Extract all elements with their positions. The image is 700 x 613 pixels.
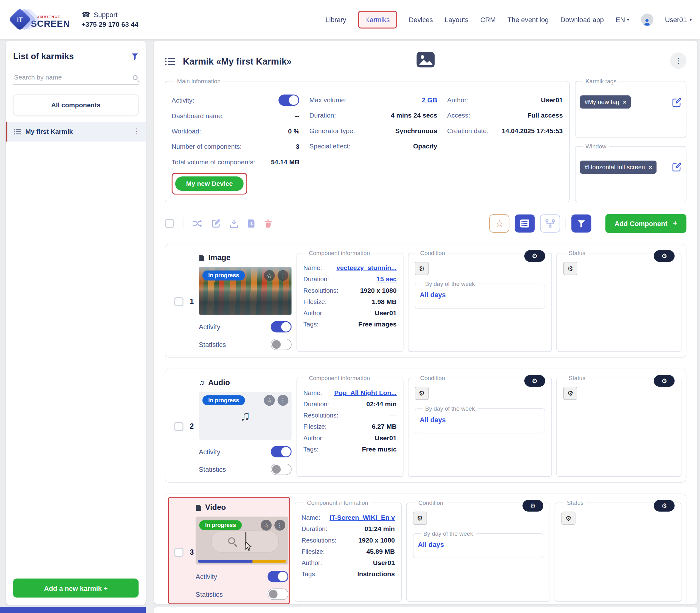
nav-devices[interactable]: Devices: [409, 16, 433, 23]
gear-icon: ⚙: [565, 514, 572, 522]
component-information-panel: Component information Name:Pop_All Night…: [296, 375, 403, 477]
search-input[interactable]: [13, 73, 132, 81]
avatar[interactable]: [641, 13, 653, 26]
filter-icon[interactable]: [131, 53, 139, 60]
gear-icon: ⚙: [419, 264, 425, 273]
component-type: Image: [208, 253, 230, 262]
nav-download-app[interactable]: Download app: [560, 16, 604, 23]
list-icon[interactable]: [165, 57, 175, 65]
component-duration-link[interactable]: 15 sec: [377, 276, 397, 283]
max-volume-link[interactable]: 2 GB: [422, 96, 437, 104]
window-panel: Window #Horizontal full screen ×: [575, 143, 687, 203]
list-view-button[interactable]: [515, 214, 535, 233]
condition-settings-button[interactable]: ⚙: [524, 375, 545, 387]
component-name-link[interactable]: IT-Screen_WIKI_En v: [330, 514, 395, 521]
music-note-icon: ♫: [199, 378, 204, 387]
favorite-star-icon[interactable]: ☆: [261, 520, 272, 531]
nav-event-log[interactable]: The event log: [507, 16, 549, 23]
component-thumbnail[interactable]: In progress ☆ ⋮: [199, 267, 292, 315]
kebab-menu-icon[interactable]: ⋮: [274, 520, 285, 531]
edit-icon[interactable]: [212, 219, 221, 228]
favorites-filter-button[interactable]: ☆: [489, 214, 510, 233]
statistics-toggle[interactable]: [271, 464, 292, 475]
condition-settings-button[interactable]: ⚙: [524, 250, 545, 262]
activity-label: Activity:: [171, 97, 194, 104]
component-checkbox[interactable]: [175, 548, 183, 557]
add-component-button[interactable]: Add Component +: [606, 214, 686, 233]
karmik-detail-panel: Karmik «My first Karmik» ⋮ Main informat…: [154, 41, 697, 604]
condition-gear-button[interactable]: ⚙: [415, 262, 429, 275]
component-thumbnail[interactable]: In progress ☆ ⋮: [196, 517, 288, 565]
status-panel: Status ⚙ ⚙: [557, 250, 681, 352]
kebab-menu-icon[interactable]: ⋮: [278, 270, 288, 281]
add-new-karmik-button[interactable]: Add a new karmik +: [13, 579, 139, 598]
edit-window-icon[interactable]: [672, 162, 681, 171]
edit-tags-icon[interactable]: [672, 97, 681, 107]
component-name-link[interactable]: Pop_All Night Lon...: [334, 389, 397, 396]
invoice-icon[interactable]: $: [248, 219, 256, 228]
it-screen-logo[interactable]: IT AMBIENCE SCREEN: [10, 8, 69, 31]
nav-crm[interactable]: CRM: [480, 16, 496, 23]
status-settings-button[interactable]: ⚙: [654, 250, 675, 262]
karmik-actions-menu[interactable]: ⋮: [670, 52, 686, 69]
condition-panel: Condition ⚙ ⚙ By day of the week All day…: [408, 250, 552, 352]
kebab-menu-icon[interactable]: ⋮: [278, 395, 288, 406]
favorite-star-icon[interactable]: ☆: [264, 395, 275, 406]
workload-value: 0 %: [288, 128, 299, 135]
component-checkbox[interactable]: [175, 422, 183, 431]
nav-karmiks[interactable]: Karmiks: [358, 11, 397, 28]
status-gear-button[interactable]: ⚙: [561, 512, 575, 525]
remove-window-icon[interactable]: ×: [649, 164, 652, 170]
component-thumbnail[interactable]: In progress ☆ ⋮ ♫: [199, 392, 292, 440]
user-menu[interactable]: User01 ▾: [665, 16, 692, 23]
shuffle-icon[interactable]: [193, 220, 203, 227]
hierarchy-view-button[interactable]: [540, 214, 560, 233]
plus-icon: +: [673, 219, 677, 228]
support-contact: ☎ Support +375 29 170 63 44: [81, 10, 138, 29]
statistics-toggle[interactable]: [267, 588, 288, 600]
sidebar-item-my-first-karmik[interactable]: My first Karmik ⋮: [6, 121, 146, 142]
author-value: User01: [541, 96, 563, 104]
status-badge: In progress: [203, 271, 245, 281]
all-components-button[interactable]: All components: [13, 94, 139, 115]
condition-gear-button[interactable]: ⚙: [413, 512, 427, 525]
statistics-toggle[interactable]: [271, 339, 292, 350]
status-gear-button[interactable]: ⚙: [563, 387, 577, 400]
delete-icon[interactable]: [264, 219, 272, 228]
activity-toggle[interactable]: [271, 321, 292, 332]
gear-icon: ⚙: [530, 502, 536, 509]
component-name-link[interactable]: vecteezy_stunnin...: [336, 264, 397, 271]
component-type: Video: [205, 503, 226, 512]
karmik-sidebar: List of karmiks All components My first …: [6, 41, 146, 605]
activity-toggle[interactable]: [271, 446, 292, 457]
support-phone: +375 29 170 63 44: [81, 19, 138, 29]
component-checkbox[interactable]: [175, 297, 183, 306]
status-settings-button[interactable]: ⚙: [654, 375, 675, 387]
component-media-block: 1 Image In progress ☆ ⋮: [170, 250, 292, 352]
language-selector[interactable]: EN ▾: [616, 16, 629, 23]
my-new-device-button[interactable]: My new Device: [175, 177, 243, 191]
gear-icon: ⚙: [417, 514, 423, 522]
download-icon[interactable]: [230, 219, 239, 228]
select-all-checkbox[interactable]: [165, 219, 174, 228]
karmik-activity-toggle[interactable]: [279, 94, 300, 106]
status-settings-button[interactable]: ⚙: [654, 500, 675, 512]
remove-tag-icon[interactable]: ×: [623, 99, 626, 105]
dashboard-name-value: --: [295, 112, 299, 119]
kebab-menu-icon[interactable]: ⋮: [133, 128, 140, 135]
chevron-down-icon: ▾: [627, 17, 629, 22]
picture-icon: [416, 51, 435, 68]
top-navbar: IT AMBIENCE SCREEN ☎ Support +375 29 170…: [0, 0, 700, 39]
special-effect-value: Opacity: [413, 143, 437, 150]
activity-toggle[interactable]: [267, 571, 288, 582]
condition-gear-button[interactable]: ⚙: [415, 387, 429, 400]
nav-library[interactable]: Library: [326, 16, 346, 23]
filter-button[interactable]: [571, 214, 591, 233]
logo-diamond-icon: IT: [10, 8, 34, 31]
nav-layouts[interactable]: Layouts: [445, 16, 468, 23]
favorite-star-icon[interactable]: ☆: [264, 270, 275, 281]
status-gear-button[interactable]: ⚙: [563, 262, 577, 275]
condition-settings-button[interactable]: ⚙: [522, 500, 543, 512]
person-icon: [643, 17, 651, 26]
main-information-panel: Main information Activity: Dashboard nam…: [165, 78, 570, 203]
